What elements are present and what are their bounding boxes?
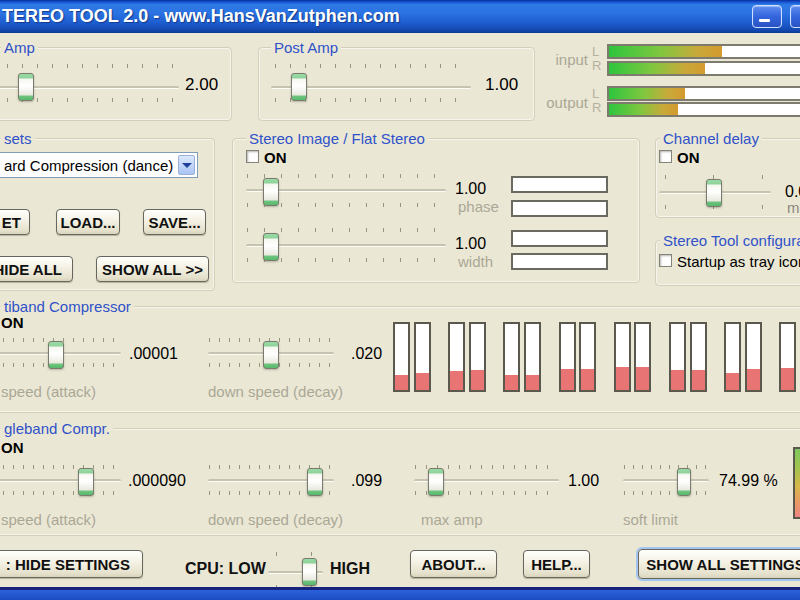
minimize-button[interactable] (752, 5, 782, 28)
preset-combobox[interactable]: ard Compression (dance) (0, 152, 198, 178)
hide-settings-button[interactable]: : HIDE SETTINGS (0, 550, 143, 578)
show-all-settings-button[interactable]: SHOW ALL SETTINGS (638, 549, 800, 579)
preset-combobox-value: ard Compression (dance) (4, 157, 173, 174)
sb-maxamp-value: 1.00 (568, 472, 599, 490)
sb-attack-value: .000090 (128, 472, 186, 490)
pre-amp-slider-thumb[interactable] (18, 73, 34, 101)
phase-slider-thumb[interactable] (263, 178, 279, 206)
channel-delay-tick (762, 205, 763, 209)
input-left-meter (607, 44, 800, 59)
show-all-button[interactable]: SHOW ALL >> (96, 256, 209, 282)
mb-decay-value: .020 (351, 345, 382, 363)
sb-attack-slider-thumb[interactable] (78, 468, 94, 496)
sb-softlimit-slider-thumb[interactable] (677, 468, 691, 496)
width-value: 1.00 (455, 235, 486, 253)
post-amp-group: Post Amp 1.00 (258, 47, 535, 121)
save-button[interactable]: SAVE... (143, 209, 206, 235)
phase-value: 1.00 (455, 180, 486, 198)
startup-tray-checkbox[interactable] (659, 254, 672, 267)
stereo-image-group: Stereo Image / Flat Stereo ON 1.00 phase… (232, 138, 640, 283)
sb-attack-slider-track[interactable] (0, 479, 121, 482)
mb-decay-slider-thumb[interactable] (263, 341, 279, 369)
load-button[interactable]: LOAD... (56, 209, 120, 235)
config-group: Stereo Tool configuration Startup as tra… (655, 240, 800, 286)
window-title: TEREO TOOL 2.0 - www.HansVanZutphen.com (2, 6, 400, 27)
pre-amp-value: 2.00 (185, 75, 218, 95)
output-right-channel-label: R (592, 101, 601, 114)
phase-display-right (511, 200, 608, 217)
config-group-label: Stereo Tool configuration (660, 232, 800, 249)
sb-softlimit-slider-track[interactable] (623, 479, 709, 482)
channel-delay-slider-thumb[interactable] (706, 179, 722, 207)
output-right-meter (607, 102, 800, 117)
soft-limit-gradient-meter (793, 447, 800, 519)
post-amp-ticks-top (275, 64, 465, 68)
multiband-group-label: tiband Compressor (1, 298, 134, 315)
input-right-channel-label: R (592, 59, 601, 72)
cpu-high-label: HIGH (330, 560, 370, 578)
sb-softlimit-label: soft limit (623, 511, 678, 528)
post-amp-value: 1.00 (485, 75, 518, 95)
multiband-group: tiband Compressor ON .00001 speed (attac… (0, 306, 800, 413)
sb-maxamp-slider-thumb[interactable] (428, 468, 444, 496)
width-display-left (511, 230, 608, 247)
sb-attack-ticks-top (3, 465, 119, 469)
channel-delay-on-label: ON (677, 149, 700, 166)
sb-decay-value: .099 (351, 472, 382, 490)
cpu-low-label: CPU: LOW (185, 560, 266, 578)
minimize-icon (759, 19, 770, 22)
width-label: width (458, 253, 493, 270)
title-bar: TEREO TOOL 2.0 - www.HansVanZutphen.com (0, 0, 800, 33)
sb-softlimit-ticks-bottom (624, 491, 706, 495)
sb-softlimit-ticks-top (624, 465, 706, 469)
output-left-meter (607, 86, 800, 101)
maximize-button[interactable] (790, 5, 800, 28)
mb-attack-slider-thumb[interactable] (48, 341, 64, 369)
pre-amp-ticks-top (7, 64, 173, 68)
reset-button[interactable]: ET (0, 209, 30, 235)
output-left-channel-label: L (592, 87, 599, 100)
chevron-down-icon (182, 163, 192, 168)
presets-group-label: sets (1, 130, 35, 147)
about-button[interactable]: ABOUT... (410, 550, 497, 578)
singleband-on-label: ON (1, 439, 24, 456)
mb-attack-value: .00001 (129, 345, 178, 363)
sb-decay-label: down speed (decay) (208, 511, 343, 528)
input-left-meter-fill (609, 46, 722, 57)
channel-delay-group-label: Channel delay (660, 130, 762, 147)
output-left-meter-fill (609, 88, 685, 99)
cpu-slider-thumb[interactable] (302, 558, 317, 586)
channel-delay-tick (665, 205, 666, 209)
width-ticks-top (247, 228, 447, 232)
channel-delay-on-checkbox[interactable] (659, 150, 672, 163)
stereo-image-group-label: Stereo Image / Flat Stereo (246, 130, 428, 147)
cpu-tick (311, 552, 312, 556)
stereo-image-on-label: ON (264, 149, 287, 166)
hide-all-button[interactable]: HIDE ALL (0, 256, 73, 282)
singleband-group: gleband Compr. ON .000090 speed (attack)… (0, 428, 800, 536)
pre-amp-group-label: Amp (1, 39, 38, 56)
width-slider-thumb[interactable] (263, 233, 279, 261)
channel-delay-group: Channel delay ON 0.00 ms (655, 138, 800, 218)
sb-decay-slider-thumb[interactable] (307, 468, 323, 496)
presets-group: sets ard Compression (dance) ET LOAD... … (0, 138, 215, 291)
mb-decay-label: down speed (decay) (208, 383, 343, 400)
width-display-right (511, 253, 608, 270)
phase-display-left (511, 176, 608, 193)
stereo-image-on-checkbox[interactable] (246, 150, 259, 163)
channel-delay-tick (665, 175, 666, 179)
sb-attack-label: speed (attack) (1, 511, 96, 528)
singleband-group-label: gleband Compr. (1, 420, 113, 437)
post-amp-group-label: Post Amp (271, 39, 341, 56)
sb-softlimit-value: 74.99 % (719, 472, 778, 490)
post-amp-slider-thumb[interactable] (291, 73, 307, 101)
preset-combobox-dropdown-button[interactable] (178, 155, 195, 175)
sb-attack-ticks-bottom (3, 491, 119, 495)
input-meter-label: input (540, 51, 588, 68)
cpu-tick (276, 552, 277, 556)
multiband-on-label: ON (1, 314, 24, 331)
help-button[interactable]: HELP... (523, 550, 590, 578)
input-left-channel-label: L (592, 45, 599, 58)
input-right-meter-fill (609, 63, 705, 74)
channel-delay-tick (762, 175, 763, 179)
